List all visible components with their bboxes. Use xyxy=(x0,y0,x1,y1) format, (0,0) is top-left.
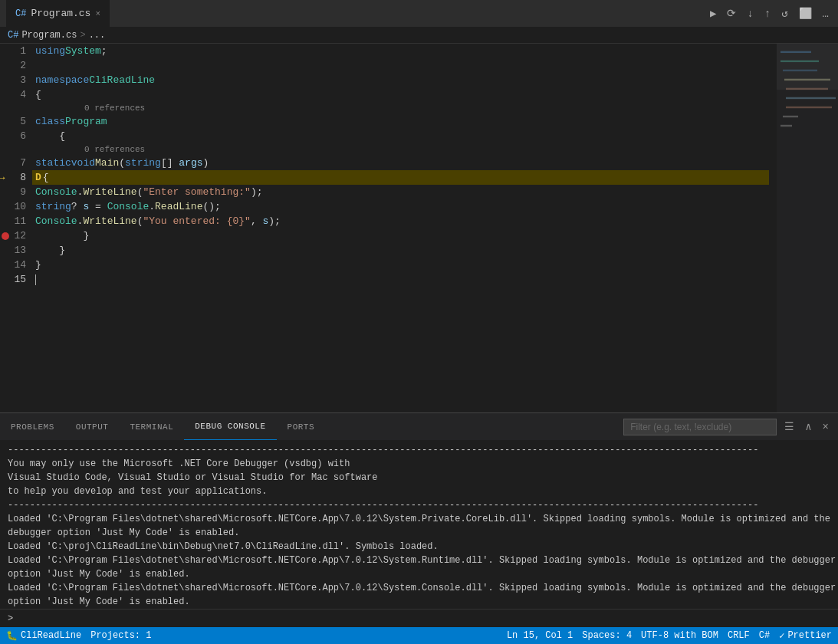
breadcrumb-context[interactable]: ... xyxy=(89,30,106,41)
console-line: ----------------------------------------… xyxy=(8,443,838,457)
close-panel-button[interactable]: × xyxy=(820,419,832,435)
stop-button[interactable]: ⬜ xyxy=(796,5,815,21)
step-over-button[interactable]: ⟳ xyxy=(724,5,739,21)
console-text: to help you develop and test your applic… xyxy=(8,485,267,498)
status-projects: Projects: 1 xyxy=(90,630,151,641)
console-line: Visual Studio Code, Visual Studio or Vis… xyxy=(8,471,838,485)
line-number-4: 4 xyxy=(9,87,26,102)
token-kw: namespace xyxy=(35,74,89,86)
status-left: 🐛 CliReadLine Projects: 1 xyxy=(6,630,151,642)
token-str: "Enter something:" xyxy=(143,186,250,198)
line-number-12: 12 xyxy=(9,228,26,243)
status-prettier[interactable]: ✓ Prettier xyxy=(779,630,832,642)
console-line: Loaded 'C:\Program Files\dotnet\shared\M… xyxy=(8,512,838,540)
line-number-15: 15 xyxy=(9,272,26,287)
line-number-5: 5 xyxy=(9,114,26,129)
code-line-5: class Program xyxy=(32,114,769,129)
status-line-ending[interactable]: CRLF xyxy=(728,630,750,641)
breadcrumb-file[interactable]: Program.cs xyxy=(21,30,77,41)
status-position[interactable]: Ln 15, Col 1 xyxy=(507,630,573,641)
token-kw: using xyxy=(35,45,65,57)
status-projects-label: Projects: 1 xyxy=(90,630,151,641)
reference-hint: 0 references xyxy=(32,143,769,156)
line-number-13: 13 xyxy=(9,243,26,258)
console-line: Loaded 'C:\proj\CliReadLine\bin\Debug\ne… xyxy=(8,540,838,554)
token-type: Console xyxy=(35,215,77,227)
code-line-6: { xyxy=(32,129,769,143)
code-line-15 xyxy=(32,272,769,287)
token-kw: string xyxy=(35,201,71,212)
token-var: args xyxy=(179,157,202,169)
code-line-10: string? s = Console.ReadLine(); xyxy=(32,199,769,214)
status-language[interactable]: C# xyxy=(759,630,770,641)
status-debug[interactable]: 🐛 CliReadLine xyxy=(6,630,81,642)
tab-output[interactable]: OUTPUT xyxy=(65,413,120,440)
token-type: Console xyxy=(107,201,150,212)
svg-rect-6 xyxy=(786,107,832,108)
token-var: s xyxy=(83,201,89,212)
line-number-11: 11 xyxy=(9,214,26,228)
code-content[interactable]: using System;namespace CliReadLine{0 ref… xyxy=(32,44,838,412)
editor-tab[interactable]: C# Program.cs × xyxy=(6,0,110,27)
tab-debug-console[interactable]: DEBUG CONSOLE xyxy=(184,413,276,440)
token-method: WriteLine xyxy=(83,186,136,198)
panel-tabs: PROBLEMS OUTPUT TERMINAL DEBUG CONSOLE P… xyxy=(0,413,838,440)
console-text: Loaded 'C:\Program Files\dotnet\shared\M… xyxy=(8,581,838,609)
code-line-3: namespace CliReadLine xyxy=(32,73,769,87)
run-button[interactable]: ▶ xyxy=(707,5,719,21)
token-method: ReadLine xyxy=(155,201,202,212)
position-label: Ln 15, Col 1 xyxy=(507,630,573,641)
breadcrumb-icon: C# xyxy=(8,30,18,41)
code-line-12: } xyxy=(32,228,769,243)
status-right: Ln 15, Col 1 Spaces: 4 UTF-8 with BOM CR… xyxy=(507,630,832,642)
more-button[interactable]: … xyxy=(820,6,832,21)
status-spaces[interactable]: Spaces: 4 xyxy=(582,630,632,641)
token-kw: string xyxy=(125,157,161,169)
console-line: ----------------------------------------… xyxy=(8,498,838,512)
spaces-label: Spaces: 4 xyxy=(582,630,632,641)
debug-marker: D xyxy=(35,172,41,183)
title-bar: C# Program.cs × ▶ ⟳ ↓ ↑ ↺ ⬜ … xyxy=(0,0,838,27)
svg-rect-5 xyxy=(786,97,836,99)
breakpoint-icon[interactable] xyxy=(2,232,9,240)
status-encoding[interactable]: UTF-8 with BOM xyxy=(641,630,718,641)
prettier-label: Prettier xyxy=(787,630,832,641)
step-out-button[interactable]: ↑ xyxy=(761,6,774,21)
reference-hint-ln xyxy=(9,102,26,114)
tab-label: Program.cs xyxy=(31,8,90,19)
line-numbers: 1234567→89101112131415 xyxy=(0,44,32,412)
code-line-2 xyxy=(32,58,769,73)
code-line-1: using System; xyxy=(32,44,769,58)
line-ending-label: CRLF xyxy=(728,630,750,641)
line-number-2: 2 xyxy=(9,58,26,73)
token-var: s xyxy=(263,215,269,227)
list-view-button[interactable]: ☰ xyxy=(781,419,797,435)
code-line-9: Console.WriteLine("Enter something:"); xyxy=(32,185,769,199)
code-line-14: } xyxy=(32,258,769,272)
tab-ports[interactable]: PORTS xyxy=(277,413,326,440)
token-kw: void xyxy=(71,157,95,169)
code-line-13: } xyxy=(32,243,769,258)
status-bar: 🐛 CliReadLine Projects: 1 Ln 15, Col 1 S… xyxy=(0,627,838,644)
tab-problems[interactable]: PROBLEMS xyxy=(0,413,65,440)
console-line: You may only use the Microsoft .NET Core… xyxy=(8,457,838,471)
tab-close-button[interactable]: × xyxy=(95,9,100,18)
console-text: Loaded 'C:\proj\CliReadLine\bin\Debug\ne… xyxy=(8,540,439,554)
encoding-label: UTF-8 with BOM xyxy=(641,630,718,641)
collapse-button[interactable]: ∧ xyxy=(802,419,814,435)
token-method: WriteLine xyxy=(83,215,136,227)
panel: PROBLEMS OUTPUT TERMINAL DEBUG CONSOLE P… xyxy=(0,412,838,627)
filter-input[interactable] xyxy=(623,419,777,435)
panel-tab-actions: ☰ ∧ × xyxy=(623,419,838,435)
console-line: to help you develop and test your applic… xyxy=(8,485,838,498)
language-label: C# xyxy=(759,630,770,641)
tab-terminal[interactable]: TERMINAL xyxy=(119,413,184,440)
token-kw: static xyxy=(35,157,71,169)
line-number-8: →8 xyxy=(9,170,26,185)
token-ns: CliReadLine xyxy=(89,74,155,86)
token-type: Console xyxy=(35,186,77,198)
restart-button[interactable]: ↺ xyxy=(778,5,790,21)
csharp-icon: C# xyxy=(15,8,26,19)
step-into-button[interactable]: ↓ xyxy=(744,6,756,21)
code-line-4: { xyxy=(32,87,769,102)
